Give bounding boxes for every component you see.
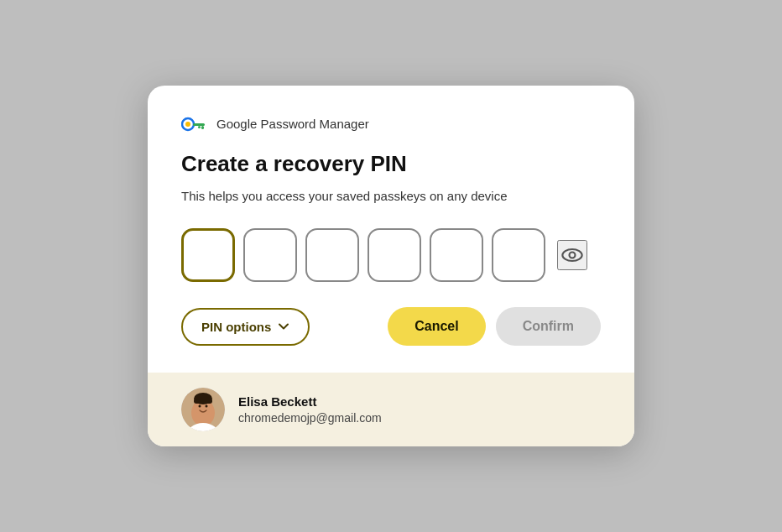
pin-field-1[interactable] bbox=[181, 228, 235, 282]
app-name-label: Google Password Manager bbox=[216, 117, 369, 131]
avatar bbox=[181, 388, 225, 431]
dialog: Google Password Manager Create a recover… bbox=[148, 86, 634, 446]
pin-field-3[interactable] bbox=[305, 228, 359, 282]
svg-rect-4 bbox=[198, 126, 201, 128]
dialog-subtext: This helps you access your saved passkey… bbox=[181, 187, 601, 205]
actions-row: PIN options Cancel Confirm bbox=[181, 307, 601, 346]
pin-field-6[interactable] bbox=[492, 228, 545, 282]
svg-point-6 bbox=[570, 253, 576, 258]
account-email: chromedemojp@gmail.com bbox=[238, 411, 382, 425]
dialog-header: Google Password Manager bbox=[181, 116, 601, 133]
svg-point-14 bbox=[206, 405, 208, 408]
pin-field-2[interactable] bbox=[243, 228, 297, 282]
account-info: Elisa Beckett chromedemojp@gmail.com bbox=[238, 394, 382, 425]
svg-point-1 bbox=[185, 122, 190, 127]
pin-field-4[interactable] bbox=[368, 228, 421, 282]
account-name: Elisa Beckett bbox=[238, 394, 382, 409]
cancel-button[interactable]: Cancel bbox=[388, 307, 485, 346]
svg-rect-2 bbox=[193, 123, 205, 126]
right-buttons: Cancel Confirm bbox=[388, 307, 601, 346]
pin-field-5[interactable] bbox=[430, 228, 483, 282]
chevron-down-icon bbox=[278, 321, 289, 332]
toggle-pin-visibility-button[interactable] bbox=[557, 240, 587, 270]
pin-options-button[interactable]: PIN options bbox=[181, 308, 310, 346]
dialog-heading: Create a recovery PIN bbox=[181, 151, 601, 177]
pin-input-row bbox=[181, 228, 601, 282]
pin-options-label: PIN options bbox=[201, 320, 271, 334]
dialog-body: Google Password Manager Create a recover… bbox=[148, 86, 634, 373]
confirm-button[interactable]: Confirm bbox=[496, 307, 601, 346]
svg-rect-12 bbox=[194, 399, 212, 404]
svg-rect-3 bbox=[201, 126, 204, 129]
svg-point-13 bbox=[199, 405, 201, 408]
account-bar: Elisa Beckett chromedemojp@gmail.com bbox=[148, 373, 634, 446]
google-password-manager-icon bbox=[181, 116, 208, 133]
svg-point-5 bbox=[562, 249, 581, 261]
